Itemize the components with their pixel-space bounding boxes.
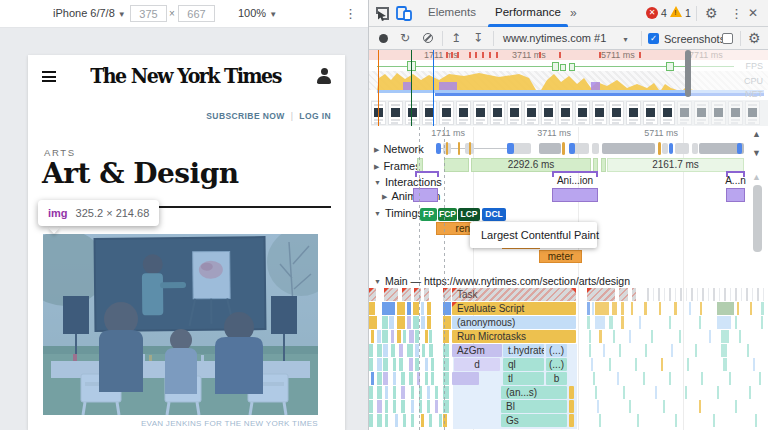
network-track-toggle[interactable]: ▶Network [374,143,424,155]
zoom-selector[interactable]: 100% ▼ [238,7,277,19]
network-request-bar[interactable] [569,143,575,154]
filmstrip-screenshot[interactable] [524,101,539,125]
filmstrip-screenshot[interactable] [728,101,743,125]
long-task-chip[interactable] [424,288,429,301]
scrollbar-thumb[interactable] [753,185,762,252]
flame-bar-run-microtasks[interactable]: Run Microtasks [452,330,576,343]
devtools-more-icon[interactable]: ⋮ [730,6,743,21]
device-selector[interactable]: iPhone 6/7/8 ▼ [53,7,126,19]
filmstrip-screenshot[interactable] [439,101,454,125]
device-toolbar-more-icon[interactable]: ⋮ [344,6,357,21]
network-request-bar[interactable] [562,142,565,155]
timing-badge-fcp[interactable]: FCP [438,208,457,221]
flame-bar-tl[interactable]: tl [503,372,544,385]
interactions-track-toggle[interactable]: ▼Interactions [374,176,442,188]
flame-bar[interactable] [569,414,574,427]
settings-gear-icon[interactable]: ⚙ [705,5,718,21]
reload-record-icon[interactable]: ↻ [400,31,410,45]
timing-badge-fp[interactable]: FP [420,208,437,221]
tab-elements[interactable]: Elements [428,6,476,18]
flame-bar--[interactable]: (...) [546,344,567,357]
flame-bar[interactable] [569,400,574,413]
network-request-bar[interactable] [658,142,661,155]
filmstrip-screenshot[interactable] [422,101,437,125]
flame-bar-d[interactable]: d [454,358,500,371]
capture-settings-gear-icon[interactable]: ⚙ [748,30,761,46]
long-task-chip[interactable] [384,288,398,301]
clear-recording-icon[interactable] [423,33,433,43]
recording-history-select[interactable]: www.nytimes.com #1 ▾ [503,32,627,44]
tab-performance[interactable]: Performance [495,6,561,18]
flame-bar[interactable] [452,372,479,385]
flame-bar[interactable] [569,386,574,399]
frame-bar[interactable] [593,158,598,172]
flame-bar--anonymous-[interactable]: (anonymous) [452,316,576,329]
filmstrip-screenshot[interactable] [507,101,522,125]
hamburger-menu-icon[interactable] [42,71,56,82]
network-request-bar[interactable] [436,143,441,154]
filmstrip-screenshot[interactable] [388,101,403,125]
filmstrip-screenshot[interactable] [405,101,420,125]
filmstrip-screenshot[interactable] [677,101,692,125]
flame-bar-task[interactable]: Task [452,288,576,301]
network-request-bar[interactable] [458,142,460,155]
flame-bar--an-s-[interactable]: (an...s) [501,386,567,399]
filmstrip-screenshot[interactable] [558,101,573,125]
viewport-width-input[interactable] [130,5,167,22]
animation-bar[interactable] [726,188,745,202]
flame-bar--[interactable]: (...) [546,358,567,371]
save-profile-icon[interactable]: ↧ [473,31,483,45]
network-request-bar[interactable] [662,143,668,154]
device-toolbar-icon[interactable] [396,5,412,21]
timing-badge-lcp[interactable]: LCP [458,208,480,221]
memory-checkbox[interactable] [722,33,733,44]
main-thread-header[interactable]: ▼Main — https://www.nytimes.com/section/… [374,275,630,287]
filmstrip-screenshot[interactable] [660,101,675,125]
scroll-down-icon[interactable]: ▼ [752,148,761,158]
long-task-chip[interactable] [619,288,628,301]
long-task-chip[interactable] [632,288,636,301]
article-image[interactable] [43,234,318,415]
error-icon[interactable]: ✕ [646,7,658,19]
scroll-up-icon[interactable]: ▲ [752,172,761,182]
flame-bar-t-hydrate[interactable]: t.hydrate [503,344,544,357]
timings-track-toggle[interactable]: ▼Timings [374,207,423,219]
long-task-chip[interactable] [369,288,376,301]
warning-icon[interactable]: ! [670,6,682,17]
animation-bar[interactable] [552,188,598,202]
frame-bar[interactable]: 2161.7 ms [607,158,744,172]
user-timing-bar[interactable]: meter [539,250,582,263]
filmstrip-screenshot[interactable] [592,101,607,125]
record-button[interactable] [379,34,388,43]
subscribe-link[interactable]: SUBSCRIBE NOW [206,111,284,121]
long-task-chip[interactable] [587,288,615,301]
scroll-up-icon[interactable]: ▲ [752,129,761,139]
filmstrip-screenshot[interactable] [609,101,624,125]
frame-bar[interactable] [444,158,469,172]
filmstrip-screenshot[interactable] [694,101,709,125]
load-profile-icon[interactable]: ↥ [451,31,461,45]
frame-bar[interactable] [417,158,423,172]
flame-bar-ql[interactable]: ql [503,358,544,371]
flame-bar-evaluate-script[interactable]: Evaluate Script [452,302,576,315]
screenshot-filmstrip[interactable] [371,100,768,126]
flame-bar-b[interactable]: b [546,372,567,385]
panel-divider[interactable] [368,0,369,430]
network-request-bar[interactable] [675,143,689,154]
animation-bar[interactable] [413,188,438,202]
network-request-bar[interactable] [669,143,673,154]
network-request-bar[interactable] [692,143,698,154]
filmstrip-screenshot[interactable] [541,101,556,125]
account-icon[interactable] [316,68,332,84]
frame-bar[interactable]: 2292.6 ms [471,158,591,172]
frame-bar[interactable] [601,158,606,172]
screenshots-checkbox[interactable]: ✓ [648,33,659,44]
filmstrip-screenshot[interactable] [643,101,658,125]
flame-bar-bl[interactable]: Bl [501,400,567,413]
filmstrip-screenshot[interactable] [490,101,505,125]
filmstrip-screenshot[interactable] [711,101,726,125]
login-link[interactable]: LOG IN [299,111,331,121]
overview-selection-handle[interactable] [685,50,691,97]
network-request-bar[interactable] [592,143,599,154]
nyt-logo[interactable]: The New York Times [58,63,313,87]
